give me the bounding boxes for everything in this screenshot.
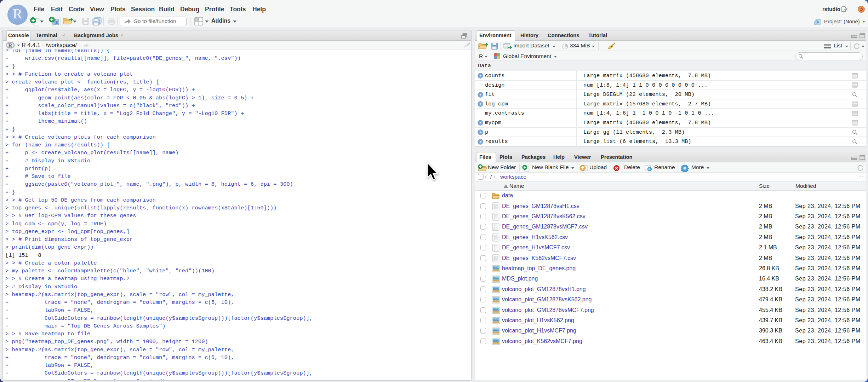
svg-text:R: R <box>8 42 12 48</box>
svg-text:R: R <box>817 20 820 24</box>
svg-text:R: R <box>56 20 58 24</box>
